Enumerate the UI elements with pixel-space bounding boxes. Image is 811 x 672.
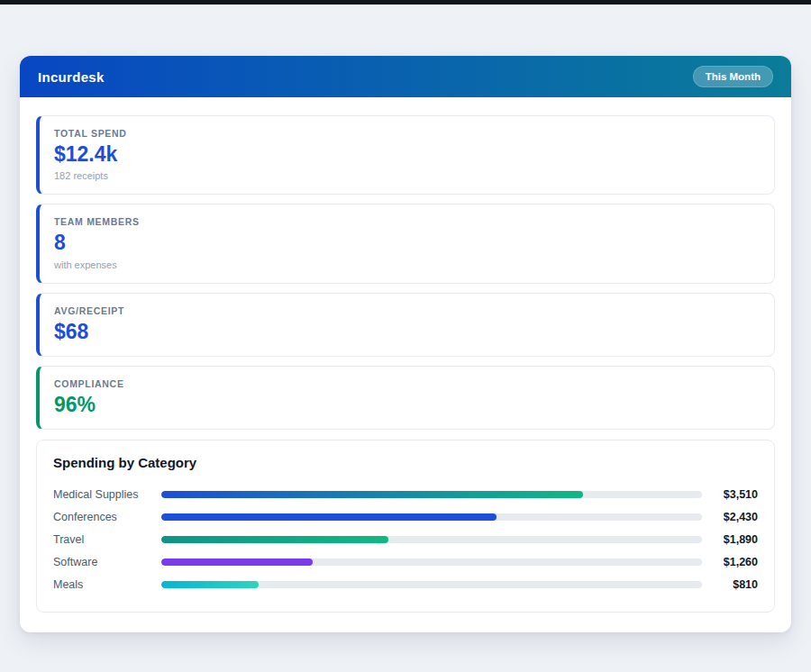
category-value: $2,430 <box>702 511 758 523</box>
category-row-medical-supplies: Medical Supplies $3,510 <box>53 483 758 505</box>
chart-title: Spending by Category <box>53 455 758 470</box>
app-title: Incurdesk <box>38 69 105 85</box>
bar-fill <box>161 581 259 588</box>
stat-value: $68 <box>54 321 760 343</box>
bar-track <box>161 581 702 588</box>
stat-value: $12.4k <box>54 143 760 166</box>
stat-card-total-spend: TOTAL SPEND $12.4k 182 receipts <box>36 115 775 195</box>
period-badge[interactable]: This Month <box>693 66 773 87</box>
stat-card-avg-receipt: AVG/RECEIPT $68 <box>36 293 775 357</box>
stat-label: COMPLIANCE <box>54 378 760 389</box>
stat-value: 96% <box>54 394 760 416</box>
category-value: $1,890 <box>702 533 758 546</box>
category-label: Medical Supplies <box>53 488 161 501</box>
bar-track <box>161 558 702 566</box>
category-label: Meals <box>53 578 161 591</box>
stat-label: AVG/RECEIPT <box>54 305 760 316</box>
category-row-software: Software $1,260 <box>53 550 758 573</box>
spending-by-category-card: Spending by Category Medical Supplies $3… <box>36 440 775 613</box>
bar-track <box>161 513 702 521</box>
category-label: Travel <box>53 533 161 546</box>
category-row-meals: Meals $810 <box>53 573 758 595</box>
bar-track <box>161 491 702 498</box>
bar-fill <box>161 491 583 498</box>
stat-label: TEAM MEMBERS <box>54 216 760 227</box>
bar-fill <box>161 536 388 543</box>
bar-fill <box>161 558 313 566</box>
stat-value: 8 <box>54 232 760 254</box>
bar-track <box>161 536 702 543</box>
dashboard-body: TOTAL SPEND $12.4k 182 receipts TEAM MEM… <box>20 97 791 632</box>
stat-label: TOTAL SPEND <box>54 128 760 139</box>
category-value: $3,510 <box>702 488 758 501</box>
category-row-conferences: Conferences $2,430 <box>53 505 758 528</box>
category-value: $1,260 <box>702 556 758 568</box>
app-header: Incurdesk This Month <box>20 56 791 97</box>
category-row-travel: Travel $1,890 <box>53 528 758 550</box>
stat-card-compliance: COMPLIANCE 96% <box>36 366 775 430</box>
stat-subtext: with expenses <box>54 259 760 270</box>
stat-subtext: 182 receipts <box>54 170 760 181</box>
top-edge-bar <box>0 0 811 5</box>
category-label: Software <box>53 556 161 568</box>
dashboard-card: Incurdesk This Month TOTAL SPEND $12.4k … <box>20 56 791 632</box>
stat-card-team-members: TEAM MEMBERS 8 with expenses <box>36 204 775 283</box>
category-value: $810 <box>702 578 758 591</box>
bar-fill <box>161 513 497 521</box>
category-label: Conferences <box>53 511 161 523</box>
